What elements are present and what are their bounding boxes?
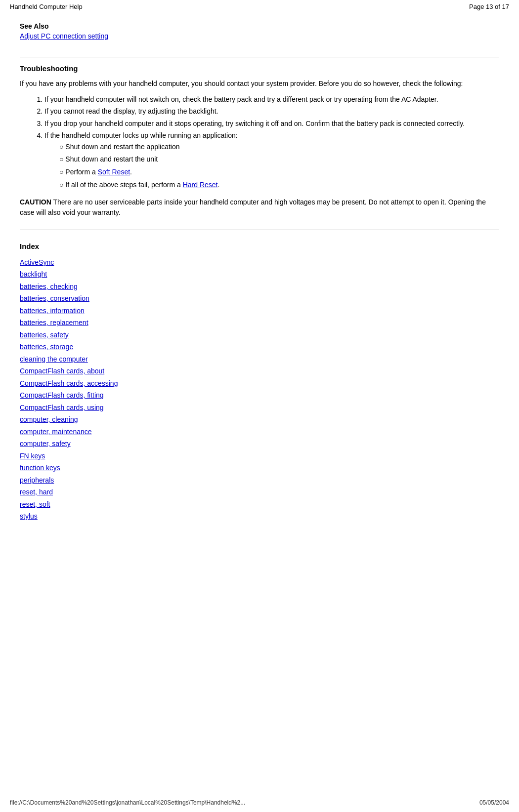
footer-filepath: file://C:\Documents%20and%20Settings\jon…	[10, 799, 245, 806]
index-title: Index	[20, 242, 499, 250]
index-link[interactable]: function keys	[20, 462, 499, 474]
footer-date: 05/05/2004	[479, 799, 509, 806]
divider-2	[20, 230, 499, 230]
soft-reset-link[interactable]: Soft Reset	[98, 168, 130, 176]
index-link[interactable]: computer, safety	[20, 438, 499, 450]
index-link[interactable]: reset, hard	[20, 486, 499, 498]
list-item: If the handheld computer locks up while …	[44, 130, 499, 191]
index-link[interactable]: peripherals	[20, 474, 499, 487]
list-item-text: If the handheld computer locks up while …	[44, 131, 238, 139]
index-link[interactable]: cleaning the computer	[20, 353, 499, 365]
page-info: Page 13 of 17	[469, 3, 509, 10]
list-item: If your handheld computer will not switc…	[44, 94, 499, 105]
sub-list-item: Shut down and restart the unit	[59, 154, 499, 165]
index-link[interactable]: reset, soft	[20, 498, 499, 511]
sub-list-item: Perform a Soft Reset.	[59, 166, 499, 178]
see-also-section: See Also Adjust PC connection setting	[20, 17, 499, 50]
index-link[interactable]: computer, maintenance	[20, 426, 499, 438]
index-link[interactable]: batteries, conservation	[20, 292, 499, 305]
caution-paragraph: CAUTION There are no user serviceable pa…	[20, 197, 499, 218]
index-link[interactable]: CompactFlash cards, using	[20, 402, 499, 414]
index-link[interactable]: CompactFlash cards, about	[20, 365, 499, 377]
troubleshooting-list: If your handheld computer will not switc…	[44, 94, 499, 191]
index-section: Index ActiveSyncbacklightbatteries, chec…	[20, 237, 499, 523]
see-also-title: See Also	[20, 22, 499, 30]
index-link[interactable]: computer, cleaning	[20, 413, 499, 426]
list-item-text: If your handheld computer will not switc…	[44, 95, 438, 103]
index-link[interactable]: batteries, information	[20, 305, 499, 317]
index-link[interactable]: backlight	[20, 268, 499, 281]
list-item: If you cannot read the display, try adju…	[44, 106, 499, 117]
list-item-text: If you cannot read the display, try adju…	[44, 107, 218, 115]
caution-label: CAUTION	[20, 198, 51, 206]
index-link[interactable]: stylus	[20, 510, 499, 523]
troubleshooting-title: Troubleshooting	[20, 64, 499, 73]
divider-1	[20, 57, 499, 57]
index-link[interactable]: batteries, storage	[20, 341, 499, 353]
index-link[interactable]: batteries, checking	[20, 281, 499, 293]
sub-list-item: Shut down and restart the application	[59, 141, 499, 153]
hard-reset-link[interactable]: Hard Reset	[183, 181, 218, 189]
caution-text: There are no user serviceable parts insi…	[20, 198, 486, 216]
index-link[interactable]: batteries, replacement	[20, 317, 499, 329]
app-title: Handheld Computer Help	[10, 3, 83, 10]
index-link[interactable]: FN keys	[20, 450, 499, 462]
index-link[interactable]: CompactFlash cards, fitting	[20, 389, 499, 402]
adjust-pc-link[interactable]: Adjust PC connection setting	[20, 32, 108, 40]
index-link[interactable]: ActiveSync	[20, 256, 499, 269]
troubleshooting-section: Troubleshooting If you have any problems…	[20, 64, 499, 218]
troubleshooting-intro: If you have any problems with your handh…	[20, 79, 499, 89]
sub-list: Shut down and restart the application Sh…	[59, 141, 499, 191]
index-link[interactable]: CompactFlash cards, accessing	[20, 377, 499, 390]
list-item: If you drop your handheld computer and i…	[44, 118, 499, 129]
index-links-container: ActiveSyncbacklightbatteries, checkingba…	[20, 256, 499, 523]
index-link[interactable]: batteries, safety	[20, 329, 499, 341]
list-item-text: If you drop your handheld computer and i…	[44, 120, 465, 127]
sub-list-item: If all of the above steps fail, perform …	[59, 179, 499, 191]
